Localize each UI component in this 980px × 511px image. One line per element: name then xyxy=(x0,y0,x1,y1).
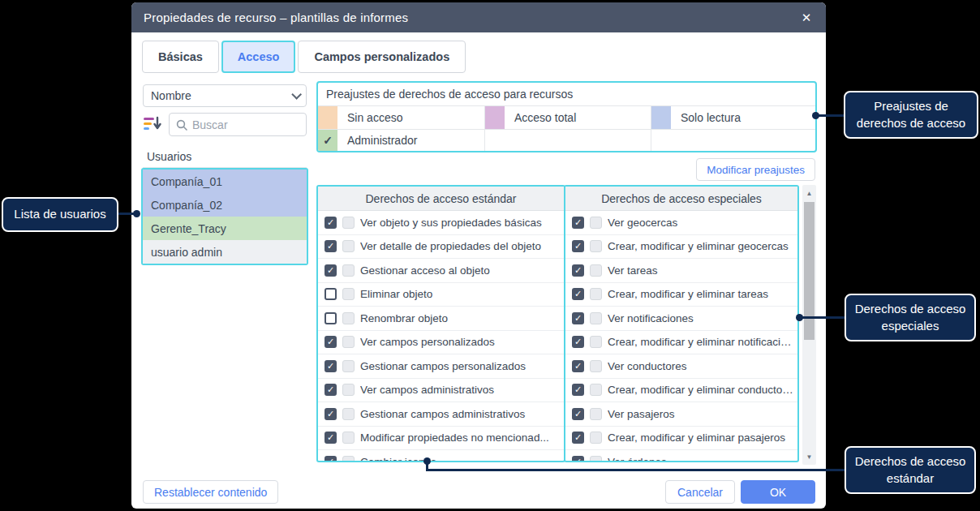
right-secondary-checkbox[interactable] xyxy=(342,432,355,444)
scroll-up-icon[interactable]: ▲ xyxy=(802,187,816,200)
right-checkbox[interactable]: ✓ xyxy=(572,384,584,396)
right-checkbox[interactable] xyxy=(325,288,337,300)
right-checkbox[interactable]: ✓ xyxy=(325,360,337,372)
preset-sin-acceso[interactable]: Sin acceso xyxy=(318,106,484,129)
right-checkbox[interactable]: ✓ xyxy=(572,336,584,348)
right-secondary-checkbox[interactable] xyxy=(590,264,602,277)
callout-dot xyxy=(812,112,819,119)
sort-field-select[interactable]: Nombre xyxy=(143,84,307,107)
user-list-item[interactable]: Gerente_Tracy xyxy=(143,217,307,240)
right-checkbox[interactable] xyxy=(325,312,337,324)
right-checkbox[interactable]: ✓ xyxy=(572,312,584,324)
user-list-item[interactable]: Companía_01 xyxy=(143,170,307,193)
right-checkbox[interactable]: ✓ xyxy=(325,264,337,277)
resource-properties-dialog: Propiedades de recurso – plantillas de i… xyxy=(131,2,826,509)
right-row: ✓Crear, modificar y eliminar conductor..… xyxy=(565,379,797,403)
right-checkbox[interactable]: ✓ xyxy=(572,432,584,444)
right-secondary-checkbox[interactable] xyxy=(342,288,355,300)
right-checkbox[interactable]: ✓ xyxy=(572,456,584,462)
tab-bar: BásicasAccesoCampos personalizados xyxy=(142,41,466,73)
right-row: ✓Gestionar campos administrativos xyxy=(318,402,564,427)
right-secondary-checkbox[interactable] xyxy=(590,217,602,229)
right-checkbox[interactable]: ✓ xyxy=(572,240,584,252)
right-secondary-checkbox[interactable] xyxy=(590,240,602,252)
right-checkbox[interactable]: ✓ xyxy=(572,217,584,229)
ok-button[interactable]: OK xyxy=(741,480,815,504)
preset-label: Sin acceso xyxy=(337,106,402,129)
right-checkbox[interactable]: ✓ xyxy=(325,456,337,462)
right-checkbox[interactable]: ✓ xyxy=(325,408,337,420)
right-secondary-checkbox[interactable] xyxy=(590,336,602,348)
access-presets-panel: Preajustes de derechos de acceso para re… xyxy=(316,81,817,152)
right-checkbox[interactable]: ✓ xyxy=(572,408,584,420)
tab-b-sicas[interactable]: Básicas xyxy=(142,41,219,73)
right-label: Ver tareas xyxy=(608,264,797,277)
right-checkbox[interactable]: ✓ xyxy=(325,384,337,396)
cancel-button[interactable]: Cancelar xyxy=(665,480,735,504)
right-secondary-checkbox[interactable] xyxy=(590,360,602,372)
user-list-item[interactable]: usuario admin xyxy=(143,240,307,264)
right-row: ✓Ver órdenes xyxy=(565,450,797,462)
right-checkbox[interactable]: ✓ xyxy=(325,240,337,252)
right-checkbox[interactable]: ✓ xyxy=(325,217,337,229)
right-row: ✓Ver campos administrativos xyxy=(318,379,564,403)
tab-acceso[interactable]: Acceso xyxy=(221,41,296,73)
right-row: ✓Ver tareas xyxy=(565,259,797,283)
right-secondary-checkbox[interactable] xyxy=(342,408,355,420)
preset-solo-lectura[interactable]: Solo lectura xyxy=(651,106,815,129)
right-row: Renombrar objeto xyxy=(318,307,564,331)
callout-dot xyxy=(796,314,803,321)
right-checkbox[interactable]: ✓ xyxy=(572,288,584,300)
right-secondary-checkbox[interactable] xyxy=(590,408,602,420)
callout-dot xyxy=(133,210,140,217)
right-secondary-checkbox[interactable] xyxy=(342,360,355,372)
right-checkbox[interactable]: ✓ xyxy=(325,336,337,348)
right-secondary-checkbox[interactable] xyxy=(342,264,355,277)
right-secondary-checkbox[interactable] xyxy=(342,384,355,396)
right-row: Eliminar objeto xyxy=(318,283,564,307)
right-label: Ver geocercas xyxy=(608,217,797,229)
right-secondary-checkbox[interactable] xyxy=(590,288,602,300)
right-secondary-checkbox[interactable] xyxy=(590,312,602,324)
right-row: ✓Ver conductores xyxy=(565,354,797,379)
user-list-item[interactable]: Companía_02 xyxy=(143,193,307,217)
search-icon xyxy=(176,119,187,131)
scrollbar-thumb[interactable] xyxy=(804,202,815,340)
users-list-header: Usuarios xyxy=(143,145,307,168)
reset-content-button[interactable]: Restablecer contenido xyxy=(143,480,278,504)
preset-acceso-total[interactable]: Acceso total xyxy=(484,106,651,129)
sort-order-icon[interactable] xyxy=(143,115,162,133)
preset-empty-cell xyxy=(484,129,651,152)
right-secondary-checkbox[interactable] xyxy=(590,384,602,396)
right-checkbox[interactable]: ✓ xyxy=(572,360,584,372)
dialog-titlebar: Propiedades de recurso – plantillas de i… xyxy=(131,2,826,32)
search-input[interactable] xyxy=(192,118,290,131)
standard-rights-list: ✓Ver objeto y sus propiedades básicas✓Ve… xyxy=(318,211,564,462)
modify-presets-button[interactable]: Modificar preajustes xyxy=(696,158,815,181)
presets-title: Preajustes de derechos de acceso para re… xyxy=(318,83,815,106)
sort-field-value: Nombre xyxy=(151,89,191,102)
scrollbar[interactable]: ▲ ▼ xyxy=(802,185,816,465)
right-secondary-checkbox[interactable] xyxy=(342,312,355,324)
right-checkbox[interactable]: ✓ xyxy=(325,432,337,444)
tab-campos-personalizados[interactable]: Campos personalizados xyxy=(298,41,466,73)
right-label: Ver detalle de propiedades del objeto xyxy=(360,240,564,252)
right-secondary-checkbox[interactable] xyxy=(590,432,602,444)
right-label: Gestionar acceso al objeto xyxy=(360,264,564,277)
right-label: Ver pasajeros xyxy=(608,408,797,420)
right-row: ✓Ver notificaciones xyxy=(565,307,797,331)
right-row: ✓Ver objeto y sus propiedades básicas xyxy=(318,211,564,235)
right-label: Gestionar campos administrativos xyxy=(360,408,564,420)
close-icon[interactable]: ✕ xyxy=(796,2,817,32)
right-secondary-checkbox[interactable] xyxy=(342,217,355,229)
right-row: ✓Crear, modificar y eliminar tareas xyxy=(565,283,797,307)
right-secondary-checkbox[interactable] xyxy=(590,456,602,462)
preset-label: Solo lectura xyxy=(671,106,741,129)
scroll-down-icon[interactable]: ▼ xyxy=(802,450,816,463)
presets-grid: Sin accesoAcceso totalSolo lectura✓Admin… xyxy=(318,106,815,151)
right-secondary-checkbox[interactable] xyxy=(342,456,355,462)
right-secondary-checkbox[interactable] xyxy=(342,240,355,252)
right-checkbox[interactable]: ✓ xyxy=(572,264,584,277)
preset-administrador[interactable]: ✓Administrador xyxy=(318,129,484,152)
right-secondary-checkbox[interactable] xyxy=(342,336,355,348)
